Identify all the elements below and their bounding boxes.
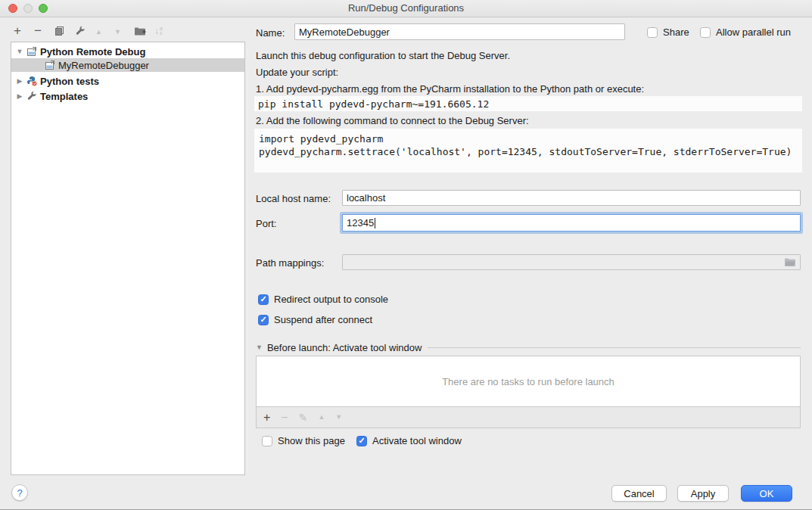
intro-text: Launch this debug configuration to start…: [256, 50, 510, 61]
suspend-after-connect-checkbox[interactable]: ✓: [258, 315, 269, 325]
step1-text: 1. Add pydevd-pycharm.egg from the PyCha…: [256, 83, 644, 95]
share-label: Share: [663, 26, 689, 38]
copy-icon: [54, 26, 65, 36]
show-this-page-checkbox[interactable]: [262, 436, 272, 446]
sort-arrow-glyph: ↓: [154, 26, 159, 36]
before-launch-task-list[interactable]: There are no tasks to run before launch: [256, 356, 801, 407]
check-icon: ✓: [260, 295, 266, 303]
allow-parallel-run-label: Allow parallel run: [716, 26, 791, 38]
tree-item-myremotedebugger[interactable]: MyRemoteDebugger: [11, 58, 244, 72]
activate-tool-window-row: ✓ Activate tool window: [356, 435, 462, 446]
name-label: Name:: [256, 27, 285, 39]
cancel-button-label: Cancel: [624, 488, 654, 499]
configurations-tree: ▼ Python Remote Debug MyRemoteDebugger: [11, 42, 245, 475]
name-input[interactable]: [294, 23, 625, 40]
activate-tool-window-checkbox[interactable]: ✓: [356, 436, 367, 446]
show-this-page-label: Show this page: [278, 435, 345, 446]
python-tests-icon: [26, 76, 37, 86]
path-mappings-input[interactable]: [342, 254, 801, 270]
browse-folder-icon[interactable]: [784, 257, 796, 267]
port-value: 12345: [347, 217, 374, 229]
wrench-icon: [26, 91, 37, 101]
check-icon: ✓: [260, 316, 266, 324]
port-label: Port:: [256, 218, 276, 229]
remove-configuration-icon[interactable]: −: [34, 24, 42, 37]
move-task-down-icon: ▼: [335, 414, 342, 421]
header-rule: [428, 347, 801, 348]
new-folder-icon[interactable]: [134, 26, 146, 39]
cancel-button[interactable]: Cancel: [611, 485, 667, 502]
copy-configuration-icon[interactable]: [54, 26, 65, 39]
text-caret: [375, 218, 375, 229]
move-up-icon: ▲: [95, 29, 102, 36]
tree-item-label: MyRemoteDebugger: [58, 60, 149, 71]
tree-item-label: Python tests: [40, 76, 99, 87]
empty-task-list-text: There are no tasks to run before launch: [442, 376, 614, 387]
step2-text: 2. Add the following command to connect …: [256, 115, 529, 126]
move-down-icon: ▼: [114, 29, 121, 36]
sort-configurations-icon: ↓ a z: [154, 26, 163, 36]
suspend-after-connect-row: ✓ Suspend after connect: [258, 314, 372, 325]
before-launch-title: Before launch: Activate tool window: [267, 342, 422, 353]
allow-parallel-run-checkbox-row: Allow parallel run: [700, 26, 791, 38]
port-input[interactable]: 12345: [342, 214, 801, 232]
sort-letter-z: z: [160, 31, 163, 36]
collapsed-triangle-icon[interactable]: ▶: [16, 93, 23, 100]
move-task-up-icon: ▲: [318, 414, 325, 421]
title-bar: Run/Debug Configurations: [0, 0, 812, 17]
run-debug-configurations-dialog: Run/Debug Configurations + − ▲ ▼ ↓ a z ▼: [0, 0, 812, 510]
remote-debug-config-icon: [26, 46, 37, 57]
update-script-text: Update your script:: [256, 67, 338, 78]
tree-item-label: Templates: [40, 91, 88, 102]
wrench-icon: [75, 26, 86, 36]
tree-item-label: Python Remote Debug: [40, 46, 145, 58]
settrace-code-block: import pydevd_pycharm pydevd_pycharm.set…: [254, 129, 802, 173]
add-task-icon[interactable]: +: [263, 411, 270, 424]
window-title: Run/Debug Configurations: [0, 2, 812, 14]
redirect-output-row: ✓ Redirect output to console: [258, 294, 388, 305]
local-host-name-input[interactable]: [342, 190, 801, 206]
tree-item-python-remote-debug[interactable]: ▼ Python Remote Debug: [11, 45, 244, 58]
tree-item-python-tests[interactable]: ▶ Python tests: [11, 74, 244, 88]
import-code-line: import pydevd_pycharm: [259, 132, 798, 145]
ok-button-label: OK: [760, 488, 774, 499]
pip-install-code-text: pip install pydevd-pycharm~=191.6605.12: [258, 98, 489, 110]
expanded-triangle-icon[interactable]: ▼: [16, 48, 23, 55]
show-this-page-row: Show this page: [262, 435, 345, 446]
activate-tool-window-label: Activate tool window: [372, 435, 462, 446]
section-expanded-triangle-icon[interactable]: ▼: [256, 344, 263, 351]
tree-item-templates[interactable]: ▶ Templates: [11, 89, 244, 103]
remote-debug-config-icon: [45, 60, 55, 70]
redirect-output-label: Redirect output to console: [274, 294, 388, 305]
share-checkbox-row: Share: [647, 26, 689, 38]
local-host-name-label: Local host name:: [256, 193, 331, 204]
task-list-toolbar: + − ✎ ▲ ▼: [256, 407, 801, 428]
pip-install-code: pip install pydevd-pycharm~=191.6605.12: [254, 96, 802, 111]
path-mappings-label: Path mappings:: [256, 257, 324, 269]
remove-task-icon: −: [281, 411, 288, 424]
settrace-code-line: pydevd_pycharm.settrace('localhost', por…: [259, 145, 798, 158]
folder-plus-icon: [134, 26, 146, 36]
suspend-after-connect-label: Suspend after connect: [274, 314, 372, 325]
add-configuration-icon[interactable]: +: [14, 24, 21, 37]
redirect-output-checkbox[interactable]: ✓: [258, 294, 269, 305]
apply-button[interactable]: Apply: [677, 485, 729, 502]
edit-task-icon: ✎: [299, 412, 308, 424]
help-button[interactable]: ?: [11, 484, 28, 501]
ok-button[interactable]: OK: [741, 485, 792, 502]
edit-templates-icon[interactable]: [75, 26, 86, 39]
share-checkbox[interactable]: [647, 27, 658, 38]
apply-button-label: Apply: [691, 488, 716, 499]
question-mark-icon: ?: [17, 487, 22, 499]
allow-parallel-run-checkbox[interactable]: [700, 27, 711, 38]
before-launch-header[interactable]: ▼ Before launch: Activate tool window: [256, 342, 801, 353]
check-icon: ✓: [358, 437, 365, 445]
collapsed-triangle-icon[interactable]: ▶: [16, 78, 23, 85]
